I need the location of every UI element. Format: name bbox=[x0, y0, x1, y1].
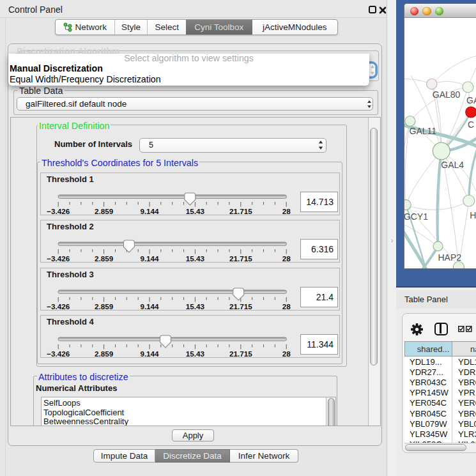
svg-text:2.859: 2.859 bbox=[95, 254, 114, 262]
svg-text:28: 28 bbox=[282, 207, 291, 215]
svg-text:2.859: 2.859 bbox=[95, 207, 114, 215]
svg-text:HAP2: HAP2 bbox=[438, 252, 462, 263]
svg-text:15.43: 15.43 bbox=[186, 207, 205, 215]
svg-text:15.43: 15.43 bbox=[186, 254, 205, 262]
svg-text:21.715: 21.715 bbox=[229, 349, 252, 357]
svg-text:15.43: 15.43 bbox=[186, 349, 205, 357]
svg-text:9.144: 9.144 bbox=[140, 302, 159, 310]
svg-text:GA: GA bbox=[466, 95, 476, 105]
svg-text:9.144: 9.144 bbox=[140, 349, 159, 357]
svg-text:2.859: 2.859 bbox=[95, 349, 114, 357]
svg-text:GAL4: GAL4 bbox=[441, 160, 464, 170]
svg-text:H: H bbox=[470, 210, 476, 220]
svg-text:C: C bbox=[468, 119, 474, 130]
svg-text:21.715: 21.715 bbox=[229, 302, 252, 310]
svg-text:Threshold 3: Threshold 3 bbox=[47, 269, 94, 279]
svg-text:2.859: 2.859 bbox=[95, 302, 114, 310]
svg-text:9.144: 9.144 bbox=[140, 207, 159, 215]
svg-text:21.715: 21.715 bbox=[229, 254, 252, 262]
svg-text:21.715: 21.715 bbox=[229, 207, 252, 215]
svg-text:Threshold 4: Threshold 4 bbox=[47, 317, 94, 326]
svg-text:28: 28 bbox=[282, 302, 291, 310]
svg-text:9.144: 9.144 bbox=[140, 254, 159, 262]
svg-text:−3.426: −3.426 bbox=[47, 207, 70, 215]
svg-text:28: 28 bbox=[282, 254, 291, 262]
svg-text:−3.426: −3.426 bbox=[47, 254, 70, 262]
svg-text:GAL80: GAL80 bbox=[433, 89, 461, 100]
svg-text:GCY1: GCY1 bbox=[404, 211, 428, 222]
svg-text:GAL11: GAL11 bbox=[410, 126, 437, 136]
svg-text:15.43: 15.43 bbox=[186, 302, 205, 310]
svg-text:−3.426: −3.426 bbox=[47, 302, 70, 310]
svg-text:28: 28 bbox=[282, 349, 291, 357]
svg-text:Threshold 1: Threshold 1 bbox=[47, 174, 94, 184]
svg-text:Threshold 2: Threshold 2 bbox=[47, 222, 94, 231]
svg-text:−3.426: −3.426 bbox=[47, 349, 70, 357]
